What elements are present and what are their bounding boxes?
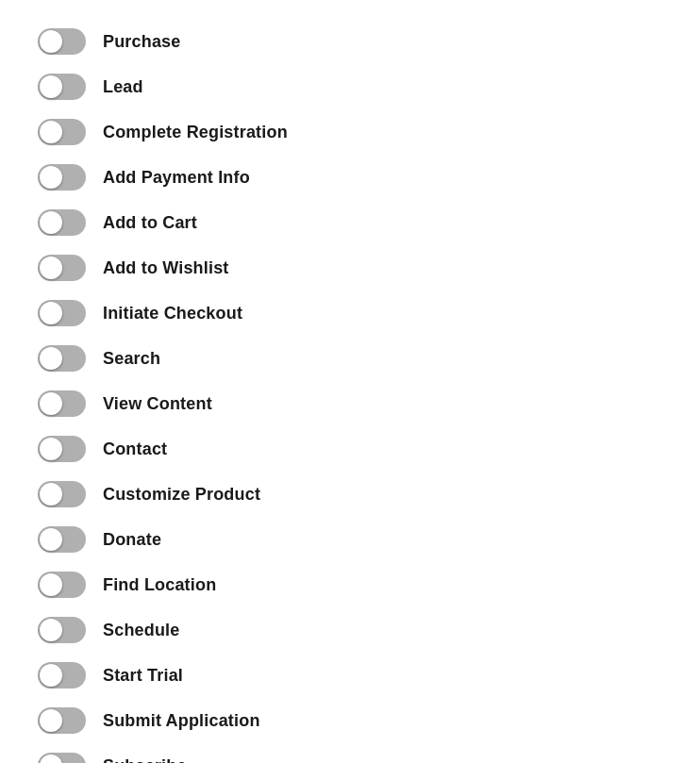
toggle-item-purchase: Purchase xyxy=(38,19,662,64)
toggle-label-schedule: Schedule xyxy=(103,621,179,640)
toggle-item-initiate-checkout: Initiate Checkout xyxy=(38,290,662,336)
toggle-initiate-checkout[interactable] xyxy=(38,300,86,326)
toggle-track-donate xyxy=(38,526,86,553)
toggle-label-contact: Contact xyxy=(103,440,167,459)
toggle-track-initiate-checkout xyxy=(38,300,86,326)
toggle-label-start-trial: Start Trial xyxy=(103,666,183,686)
toggle-track-customize-product xyxy=(38,481,86,507)
toggle-item-start-trial: Start Trial xyxy=(38,653,662,698)
toggle-label-initiate-checkout: Initiate Checkout xyxy=(103,304,242,323)
toggle-track-purchase xyxy=(38,28,86,55)
toggle-thumb-add-payment-info xyxy=(40,166,62,189)
toggle-search[interactable] xyxy=(38,345,86,372)
toggle-track-lead xyxy=(38,74,86,100)
toggle-track-add-to-cart xyxy=(38,209,86,236)
toggle-view-content[interactable] xyxy=(38,390,86,417)
toggle-item-contact: Contact xyxy=(38,426,662,472)
toggle-subscribe[interactable] xyxy=(38,753,86,763)
toggle-item-find-location: Find Location xyxy=(38,562,662,607)
toggle-item-submit-application: Submit Application xyxy=(38,698,662,743)
toggle-label-view-content: View Content xyxy=(103,394,212,414)
toggle-item-schedule: Schedule xyxy=(38,607,662,653)
toggle-add-to-cart[interactable] xyxy=(38,209,86,236)
toggle-label-complete-registration: Complete Registration xyxy=(103,123,288,142)
toggle-item-add-payment-info: Add Payment Info xyxy=(38,155,662,200)
toggle-thumb-subscribe xyxy=(40,755,62,763)
toggle-label-customize-product: Customize Product xyxy=(103,485,260,505)
toggle-label-donate: Donate xyxy=(103,530,161,550)
toggle-item-lead: Lead xyxy=(38,64,662,109)
toggle-item-complete-registration: Complete Registration xyxy=(38,109,662,155)
toggle-track-start-trial xyxy=(38,662,86,688)
toggle-donate[interactable] xyxy=(38,526,86,553)
toggle-thumb-start-trial xyxy=(40,664,62,687)
toggle-item-add-to-wishlist: Add to Wishlist xyxy=(38,245,662,290)
toggle-track-complete-registration xyxy=(38,119,86,145)
toggle-thumb-add-to-wishlist xyxy=(40,257,62,279)
toggle-lead[interactable] xyxy=(38,74,86,100)
toggle-track-submit-application xyxy=(38,707,86,734)
toggle-thumb-find-location xyxy=(40,573,62,596)
toggle-label-find-location: Find Location xyxy=(103,575,216,595)
toggle-label-add-payment-info: Add Payment Info xyxy=(103,168,250,188)
toggle-track-search xyxy=(38,345,86,372)
toggle-label-subscribe: Subscribe xyxy=(103,756,187,764)
toggle-item-subscribe: Subscribe xyxy=(38,743,662,763)
toggle-thumb-submit-application xyxy=(40,709,62,732)
toggle-thumb-donate xyxy=(40,528,62,551)
toggle-label-purchase: Purchase xyxy=(103,32,180,52)
toggle-submit-application[interactable] xyxy=(38,707,86,734)
toggle-complete-registration[interactable] xyxy=(38,119,86,145)
toggle-track-find-location xyxy=(38,572,86,598)
toggle-thumb-complete-registration xyxy=(40,121,62,143)
toggle-label-add-to-cart: Add to Cart xyxy=(103,213,197,233)
toggle-label-lead: Lead xyxy=(103,77,143,97)
toggle-label-search: Search xyxy=(103,349,160,369)
toggle-list: PurchaseLeadComplete RegistrationAdd Pay… xyxy=(38,19,662,763)
toggle-track-contact xyxy=(38,436,86,462)
toggle-item-view-content: View Content xyxy=(38,381,662,426)
toggle-thumb-customize-product xyxy=(40,483,62,506)
toggle-label-add-to-wishlist: Add to Wishlist xyxy=(103,258,229,278)
toggle-thumb-add-to-cart xyxy=(40,211,62,234)
toggle-item-add-to-cart: Add to Cart xyxy=(38,200,662,245)
toggle-add-to-wishlist[interactable] xyxy=(38,255,86,281)
toggle-contact[interactable] xyxy=(38,436,86,462)
toggle-add-payment-info[interactable] xyxy=(38,164,86,191)
toggle-label-submit-application: Submit Application xyxy=(103,711,260,731)
toggle-item-customize-product: Customize Product xyxy=(38,472,662,517)
toggle-thumb-search xyxy=(40,347,62,370)
toggle-thumb-initiate-checkout xyxy=(40,302,62,324)
toggle-thumb-view-content xyxy=(40,392,62,415)
toggle-track-add-to-wishlist xyxy=(38,255,86,281)
toggle-thumb-purchase xyxy=(40,30,62,53)
toggle-track-schedule xyxy=(38,617,86,643)
toggle-item-donate: Donate xyxy=(38,517,662,562)
toggle-start-trial[interactable] xyxy=(38,662,86,688)
toggle-track-view-content xyxy=(38,390,86,417)
toggle-track-add-payment-info xyxy=(38,164,86,191)
toggle-item-search: Search xyxy=(38,336,662,381)
toggle-thumb-schedule xyxy=(40,619,62,641)
toggle-thumb-contact xyxy=(40,438,62,460)
toggle-find-location[interactable] xyxy=(38,572,86,598)
toggle-purchase[interactable] xyxy=(38,28,86,55)
toggle-track-subscribe xyxy=(38,753,86,763)
toggle-schedule[interactable] xyxy=(38,617,86,643)
toggle-customize-product[interactable] xyxy=(38,481,86,507)
toggle-thumb-lead xyxy=(40,75,62,98)
